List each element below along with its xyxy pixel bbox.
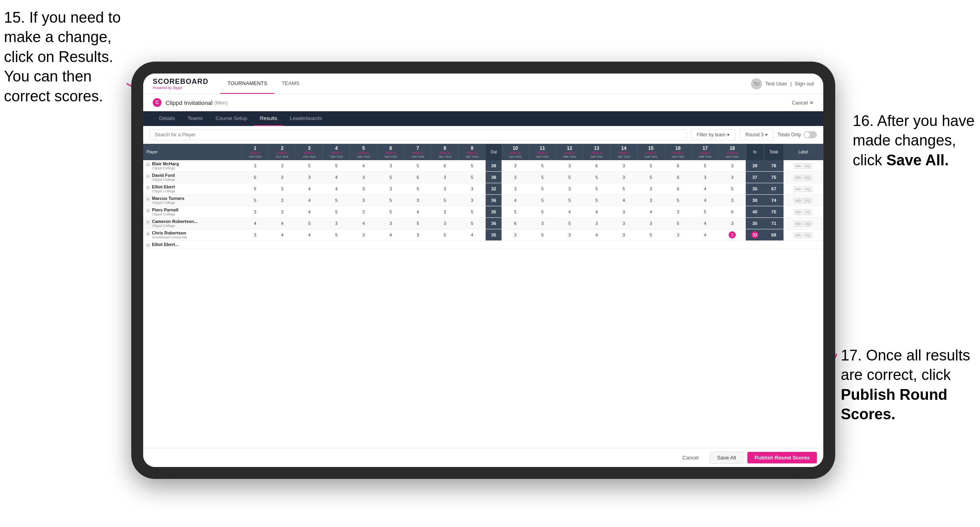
hole-2-header: 2PAR 5511 YDS bbox=[268, 144, 296, 160]
instructions-right-bottom: 17. Once all results are correct, click … bbox=[841, 346, 976, 424]
hole-10-header: 10PAR 5519 YDS bbox=[502, 144, 529, 160]
pipe: | bbox=[790, 81, 791, 87]
label-col-header: Label bbox=[784, 144, 823, 160]
table-row: A Blair McHarg Clippd College 3355435653… bbox=[143, 160, 823, 172]
in-col-header: In bbox=[746, 144, 764, 160]
cancel-button[interactable]: Cancel ✕ bbox=[792, 100, 814, 106]
nav-tournaments[interactable]: TOURNAMENTS bbox=[220, 74, 274, 94]
chevron-down-icon: ▾ bbox=[727, 132, 729, 138]
tournament-subtitle: (Men) bbox=[214, 100, 228, 106]
instructions-left: 15. If you need to make a change, click … bbox=[4, 8, 127, 106]
instructions-right-bottom-text: 17. Once all results are correct, click … bbox=[841, 347, 970, 422]
save-all-button[interactable]: Save All bbox=[710, 451, 743, 464]
hole-9-header: 9PAR 4422 YDS bbox=[459, 144, 486, 160]
search-input[interactable] bbox=[150, 129, 687, 140]
nav-right: TU Test User | Sign out bbox=[751, 78, 814, 89]
nav-teams[interactable]: TEAMS bbox=[274, 74, 307, 94]
hole-15-header: 15PAR 4448 YDS bbox=[637, 144, 664, 160]
cancel-footer-button[interactable]: Cancel bbox=[675, 452, 706, 463]
hole-4-header: 4PAR 3166 YDS bbox=[323, 144, 350, 160]
tablet-screen: SCOREBOARD Powered by clippd TOURNAMENTS… bbox=[143, 74, 823, 467]
user-avatar: TU bbox=[751, 78, 762, 89]
table-row: A David Ford Clippd College 633435635383… bbox=[143, 172, 823, 183]
total-col-header: Total bbox=[764, 144, 784, 160]
logo-sub: Powered by clippd bbox=[153, 86, 208, 90]
hole-12-header: 12PAR 4486 YDS bbox=[556, 144, 583, 160]
user-name: Test User bbox=[765, 81, 787, 87]
tab-leaderboards[interactable]: Leaderboards bbox=[284, 111, 328, 126]
hole-6-header: 6PAR 3194 YDS bbox=[377, 144, 404, 160]
hole-16-header: 16PAR 5510 YDS bbox=[665, 144, 692, 160]
chevron-down-icon: ▾ bbox=[765, 132, 768, 138]
hole-18-header: 18PAR 4422 YDS bbox=[719, 144, 746, 160]
controls-bar: Filter by team ▾ Round 3 ▾ Totals Only bbox=[143, 126, 823, 144]
tab-details[interactable]: Details bbox=[153, 111, 181, 126]
top-nav: SCOREBOARD Powered by clippd TOURNAMENTS… bbox=[143, 74, 823, 94]
hole-1-header: 1PAR 4370 YDS bbox=[241, 144, 268, 160]
footer-bar: Cancel Save All Publish Round Scores bbox=[143, 448, 823, 467]
table-row: A Cameron Robertson... Clippd College 44… bbox=[143, 218, 823, 229]
totals-label: Totals Only bbox=[778, 132, 801, 138]
table-row: A Elliot Ebert Clippd College 5344335333… bbox=[143, 183, 823, 195]
table-row: A Piers Parnell Clippd College 334535435… bbox=[143, 206, 823, 218]
hole-8-header: 8PAR 4391 YDS bbox=[432, 144, 459, 160]
totals-toggle-switch[interactable] bbox=[803, 131, 817, 138]
nav-links: TOURNAMENTS TEAMS bbox=[220, 74, 307, 94]
tab-course-setup[interactable]: Course Setup bbox=[209, 111, 254, 126]
tablet-frame: SCOREBOARD Powered by clippd TOURNAMENTS… bbox=[131, 62, 835, 479]
hole-11-header: 11PAR 3180 YDS bbox=[529, 144, 556, 160]
filter-button[interactable]: Filter by team ▾ bbox=[691, 129, 736, 140]
tab-results[interactable]: Results bbox=[254, 111, 284, 126]
hole-5-header: 5PAR 5536 YDS bbox=[350, 144, 377, 160]
instructions-right-top-text: 16. After you have made changes, click S… bbox=[853, 112, 974, 169]
hole-13-header: 13PAR 4385 YDS bbox=[583, 144, 610, 160]
tab-teams[interactable]: Teams bbox=[181, 111, 209, 126]
hole-7-header: 7PAR 4445 YDS bbox=[404, 144, 431, 160]
tournament-icon: C bbox=[153, 98, 161, 107]
hole-14-header: 14PAR 3183 YDS bbox=[610, 144, 637, 160]
table-row: A Elliot Ebert... bbox=[143, 241, 823, 249]
sign-out-link[interactable]: Sign out bbox=[795, 81, 814, 87]
scores-table-container: Player 1PAR 4370 YDS 2PAR 5511 YDS 3PAR … bbox=[143, 144, 823, 448]
tournament-header: C Clippd Invitational (Men) Cancel ✕ bbox=[143, 94, 823, 111]
hole-3-header: 3PAR 4433 YDS bbox=[296, 144, 323, 160]
tab-bar: Details Teams Course Setup Results Leade… bbox=[143, 111, 823, 126]
table-row: A Marcus Turners Clippd College 53453535… bbox=[143, 195, 823, 206]
scores-table: Player 1PAR 4370 YDS 2PAR 5511 YDS 3PAR … bbox=[143, 144, 823, 249]
instructions-left-text: 15. If you need to make a change, click … bbox=[4, 9, 121, 105]
instructions-right-top: 16. After you have made changes, click S… bbox=[853, 111, 976, 170]
table-row: A Chris Robertson Scoreboard University … bbox=[143, 229, 823, 241]
round-selector[interactable]: Round 3 ▾ bbox=[739, 129, 773, 140]
logo-text: SCOREBOARD bbox=[153, 78, 208, 86]
player-col-header: Player bbox=[143, 144, 241, 160]
logo: SCOREBOARD Powered by clippd bbox=[153, 78, 208, 90]
out-col-header: Out bbox=[486, 144, 502, 160]
publish-round-scores-button[interactable]: Publish Round Scores bbox=[747, 452, 817, 463]
tournament-title: Clippd Invitational bbox=[165, 99, 212, 106]
hole-17-header: 17PAR 4409 YDS bbox=[692, 144, 719, 160]
totals-toggle: Totals Only bbox=[778, 131, 817, 138]
